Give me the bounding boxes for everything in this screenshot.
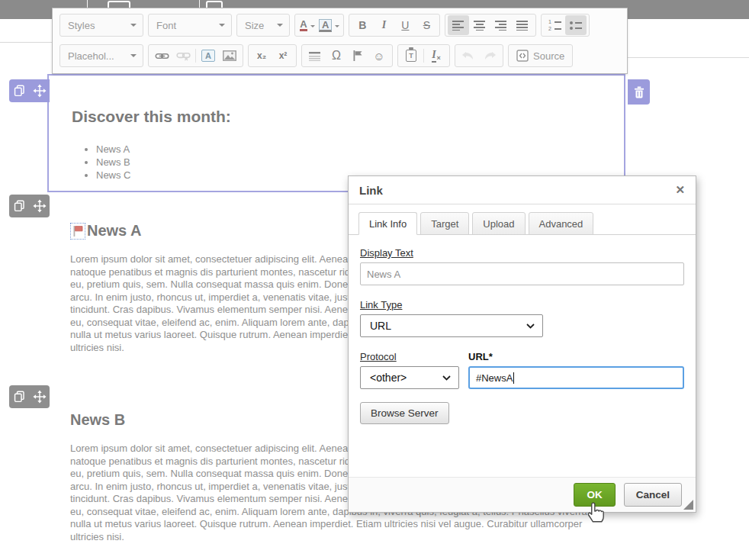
undo-button[interactable] xyxy=(458,46,479,66)
chevron-down-icon xyxy=(130,24,137,30)
subsup-group: x₂ x² xyxy=(248,44,297,67)
link-type-select[interactable]: URL xyxy=(360,314,543,337)
list-group: 1 2 xyxy=(541,14,590,37)
url-field: URL* #NewsA xyxy=(468,351,684,389)
smiley-button[interactable]: ☺ xyxy=(368,46,390,66)
duplicate-block-icon[interactable] xyxy=(13,390,26,404)
link-dialog: Link ✕ Link Info Target Upload Advanced … xyxy=(348,175,696,513)
tab-advanced[interactable]: Advanced xyxy=(529,212,594,235)
link-button[interactable] xyxy=(151,46,172,66)
move-block-icon[interactable] xyxy=(33,84,47,98)
chevron-down-icon xyxy=(310,25,315,30)
editor-screen: Styles Font Size A A xyxy=(0,0,749,560)
duplicate-block-icon[interactable] xyxy=(13,199,26,213)
close-icon[interactable]: ✕ xyxy=(675,183,685,197)
source-button[interactable]: Source xyxy=(508,44,573,67)
list-item-news-c[interactable]: News C xyxy=(96,169,131,182)
placeholder-combo[interactable]: Placehol... xyxy=(59,44,143,67)
hand-cursor-icon xyxy=(586,501,606,527)
section-title: News A xyxy=(87,222,142,240)
browse-server-button[interactable]: Browse Server xyxy=(360,402,449,424)
protocol-label: Protocol xyxy=(360,351,459,362)
basic-styles-group: B I U S xyxy=(349,14,440,37)
protocol-select[interactable]: <other> xyxy=(360,366,459,389)
text-caret xyxy=(513,372,514,384)
align-center-icon xyxy=(474,21,486,31)
chevron-down-icon xyxy=(335,25,339,30)
tab-link-info[interactable]: Link Info xyxy=(358,212,417,235)
tab-target[interactable]: Target xyxy=(420,212,469,235)
strikethrough-button[interactable]: S xyxy=(416,15,437,35)
styles-combo-label: Styles xyxy=(68,20,95,31)
alignment-group xyxy=(445,14,536,37)
undo-arrow-icon xyxy=(461,51,475,60)
bullet-list-button[interactable] xyxy=(565,15,587,35)
block-handle-selected[interactable] xyxy=(9,79,50,102)
styled-text-button[interactable]: A xyxy=(198,46,219,66)
undo-group xyxy=(455,44,503,67)
superscript-icon: x² xyxy=(279,50,288,61)
text-color-button[interactable]: A xyxy=(297,15,319,35)
anchor-placeholder[interactable] xyxy=(70,223,85,240)
superscript-button[interactable]: x² xyxy=(272,46,294,66)
list-item-news-b[interactable]: News B xyxy=(96,156,131,169)
red-flag-anchor-icon xyxy=(72,225,83,237)
section-title: News B xyxy=(70,411,125,429)
source-button-label: Source xyxy=(533,50,564,62)
subscript-icon: x₂ xyxy=(257,50,266,61)
display-text-input[interactable]: News A xyxy=(360,262,684,285)
size-combo[interactable]: Size xyxy=(236,14,290,37)
panel-edge-line xyxy=(628,57,749,58)
styles-combo[interactable]: Styles xyxy=(59,14,143,37)
clipboard-group: T I × xyxy=(397,44,450,67)
align-right-button[interactable] xyxy=(490,15,512,35)
tab-upload[interactable]: Upload xyxy=(472,212,525,235)
align-left-button[interactable] xyxy=(448,15,469,35)
source-code-icon xyxy=(516,50,529,62)
selected-content-block[interactable]: Discover this month: News A News B News … xyxy=(47,74,625,192)
dialog-title-bar[interactable]: Link ✕ xyxy=(349,176,696,204)
insert-group: Ω ☺ xyxy=(301,44,393,67)
size-combo-label: Size xyxy=(245,20,264,31)
subscript-button[interactable]: x₂ xyxy=(251,46,272,66)
display-text-label: Display Text xyxy=(360,247,684,259)
background-color-icon: A xyxy=(319,19,332,32)
link-type-label: Link Type xyxy=(360,299,684,311)
horizontal-rule-button[interactable] xyxy=(304,46,326,66)
chevron-down-icon xyxy=(277,24,283,30)
font-combo[interactable]: Font xyxy=(148,14,232,37)
align-center-button[interactable] xyxy=(469,15,490,35)
text-color-icon: A xyxy=(300,19,307,31)
anchor-button[interactable] xyxy=(347,46,368,66)
placeholder-combo-label: Placehol... xyxy=(68,50,114,62)
cancel-button[interactable]: Cancel xyxy=(624,483,682,507)
list-item-news-a[interactable]: News A xyxy=(96,143,131,156)
block-handle-news-a[interactable] xyxy=(9,195,50,217)
url-input[interactable]: #NewsA xyxy=(468,366,684,389)
move-block-icon[interactable] xyxy=(33,199,47,213)
unlink-button[interactable] xyxy=(172,46,194,66)
bold-button[interactable]: B xyxy=(352,15,373,35)
insert-image-button[interactable] xyxy=(219,46,240,66)
remove-format-button[interactable]: I × xyxy=(426,46,447,66)
chevron-down-icon xyxy=(219,24,225,30)
dialog-title: Link xyxy=(359,184,383,197)
underline-button[interactable]: U xyxy=(394,15,416,35)
justify-button[interactable] xyxy=(512,15,533,35)
background-color-button[interactable]: A xyxy=(319,15,341,35)
dialog-footer: OK Cancel xyxy=(349,477,696,512)
numbered-list-icon: 1 2 xyxy=(548,20,561,31)
paste-text-button[interactable]: T xyxy=(400,46,422,66)
duplicate-block-icon[interactable] xyxy=(13,84,26,98)
move-block-icon[interactable] xyxy=(33,390,47,404)
dialog-resize-grip[interactable] xyxy=(683,500,693,510)
chevron-down-icon xyxy=(130,54,137,60)
special-char-button[interactable]: Ω xyxy=(326,46,347,66)
redo-arrow-icon xyxy=(483,51,497,60)
font-combo-label: Font xyxy=(156,20,176,31)
redo-button[interactable] xyxy=(479,46,500,66)
delete-block-button[interactable] xyxy=(628,79,650,105)
numbered-list-button[interactable]: 1 2 xyxy=(544,15,565,35)
block-handle-news-b[interactable] xyxy=(9,385,50,408)
italic-button[interactable]: I xyxy=(373,15,394,35)
